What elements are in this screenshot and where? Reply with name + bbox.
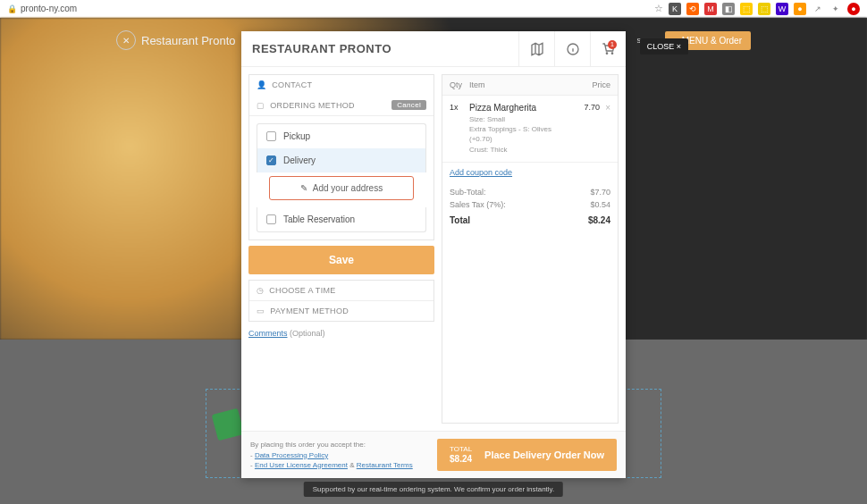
ext-icon[interactable]: ⬚ — [758, 3, 770, 15]
ext-icon[interactable]: ◧ — [722, 3, 735, 15]
choose-time-section[interactable]: ◷ CHOOSE A TIME — [249, 281, 434, 300]
contact-label: CONTACT — [272, 80, 312, 89]
ext-icon[interactable]: ↗ — [812, 3, 824, 15]
pencil-icon: ✎ — [300, 183, 307, 193]
subtotal-value: $7.70 — [590, 188, 610, 197]
brand-name: Restaurant Pronto — [141, 34, 236, 47]
order-modal: RESTAURANT PRONTO 1 👤 CONTACT ▢ ORDERING… — [241, 31, 626, 478]
browser-extensions: ☆ K ⟲ M ◧ ⬚ ⬚ W ● ↗ ✦ ● — [654, 3, 860, 15]
item-price: 7.70 — [564, 103, 600, 155]
ext-icon[interactable]: ✦ — [829, 3, 842, 15]
item-extras: Extra Toppings - S: Olives (+0.70) — [469, 124, 564, 144]
checkbox-checked-icon: ✓ — [266, 155, 276, 165]
ext-icon[interactable]: ⟲ — [686, 3, 699, 15]
brand[interactable]: ✕ Restaurant Pronto — [116, 30, 236, 50]
save-button[interactable]: Save — [248, 246, 434, 274]
eula-link[interactable]: End User License Agreement — [255, 461, 348, 469]
bottom-banner: Supported by our real-time ordering syst… — [304, 482, 563, 497]
qty-header: Qty — [450, 80, 469, 89]
cart-badge: 1 — [608, 40, 617, 49]
price-header: Price — [575, 80, 610, 89]
cart-icon[interactable]: 1 — [590, 31, 626, 67]
pickup-label: Pickup — [283, 131, 310, 141]
checkbox-icon — [266, 214, 276, 224]
payment-section[interactable]: ▭ PAYMENT METHOD — [249, 300, 434, 321]
comments-optional: (Optional) — [290, 329, 325, 338]
ext-icon[interactable]: ⬚ — [740, 3, 753, 15]
item-name: Pizza Margherita — [469, 103, 564, 113]
modal-footer: By placing this order you accept the: - … — [241, 431, 626, 478]
item-crust: Crust: Thick — [469, 145, 564, 155]
total-value: $8.24 — [588, 215, 610, 225]
item-header: Item — [469, 80, 575, 89]
remove-item-button[interactable]: × — [600, 103, 610, 155]
cart-header: Qty Item Price — [442, 75, 618, 96]
info-icon[interactable] — [554, 31, 590, 67]
browser-bar: 🔒 pronto-ny.com ☆ K ⟲ M ◧ ⬚ ⬚ W ● ↗ ✦ ● — [0, 0, 867, 18]
ext-icon[interactable]: M — [704, 3, 717, 15]
star-icon[interactable]: ☆ — [654, 3, 663, 14]
choose-time-label: CHOOSE A TIME — [269, 286, 335, 295]
add-address-label: Add your address — [313, 183, 383, 193]
close-button[interactable]: CLOSE × — [640, 38, 688, 55]
delivery-label: Delivery — [283, 155, 316, 165]
place-order-label: Place Delivery Order Now — [484, 449, 604, 460]
ordering-method-label: ORDERING METHOD — [270, 101, 355, 110]
terms-link[interactable]: Restaurant Terms — [357, 461, 413, 469]
comments-link[interactable]: Comments — [248, 329, 288, 338]
footer-total-label: TOTAL — [450, 446, 472, 454]
clock-icon: ◷ — [257, 286, 264, 295]
person-icon: 👤 — [257, 80, 266, 89]
url-bar[interactable]: 🔒 pronto-ny.com — [7, 4, 654, 13]
totals: Sub-Total: $7.70 Sales Tax (7%): $0.54 T… — [442, 182, 618, 234]
checkbox-icon — [266, 131, 276, 141]
ext-icon[interactable]: ● — [847, 3, 860, 15]
cart-panel: Qty Item Price 1x Pizza Margherita Size:… — [442, 74, 619, 424]
payment-label: PAYMENT METHOD — [270, 307, 349, 315]
dpp-link[interactable]: Data Processing Policy — [255, 451, 328, 459]
footer-total-value: $8.24 — [450, 454, 472, 464]
place-order-button[interactable]: TOTAL $8.24 Place Delivery Order Now — [437, 439, 617, 471]
pickup-option[interactable]: Pickup — [257, 123, 426, 148]
delivery-option[interactable]: ✓ Delivery — [257, 148, 426, 172]
comments-row: Comments (Optional) — [248, 329, 434, 338]
ext-icon[interactable]: K — [669, 3, 681, 15]
device-icon: ▢ — [257, 101, 265, 110]
total-label: Total — [450, 215, 470, 225]
contact-section[interactable]: 👤 CONTACT — [249, 75, 434, 95]
ordering-method-section: ▢ ORDERING METHOD Cancel — [249, 95, 434, 116]
add-address-button[interactable]: ✎ Add your address — [269, 176, 414, 200]
modal-header: RESTAURANT PRONTO 1 — [241, 31, 626, 67]
url-text: pronto-ny.com — [21, 4, 77, 13]
subtotal-label: Sub-Total: — [450, 188, 486, 197]
tax-value: $0.54 — [590, 200, 610, 209]
item-size: Size: Small — [469, 114, 564, 124]
modal-title: RESTAURANT PRONTO — [241, 42, 391, 55]
legal-text: By placing this order you accept the: - … — [250, 440, 428, 470]
table-reservation-option[interactable]: Table Reservation — [257, 207, 426, 232]
map-icon[interactable] — [518, 31, 554, 67]
tax-label: Sales Tax (7%): — [450, 200, 506, 209]
cancel-button[interactable]: Cancel — [391, 100, 426, 110]
lock-icon: 🔒 — [7, 4, 17, 13]
add-coupon-link[interactable]: Add coupon code — [442, 163, 618, 182]
ext-icon[interactable]: ● — [794, 3, 806, 15]
brand-icon: ✕ — [116, 30, 136, 50]
item-qty: 1x — [450, 103, 469, 155]
card-icon: ▭ — [257, 307, 265, 315]
checkout-steps-panel: 👤 CONTACT ▢ ORDERING METHOD Cancel Picku… — [248, 74, 434, 424]
ext-icon[interactable]: W — [776, 3, 788, 15]
table-label: Table Reservation — [283, 214, 355, 224]
cart-item: 1x Pizza Margherita Size: Small Extra To… — [442, 96, 618, 163]
